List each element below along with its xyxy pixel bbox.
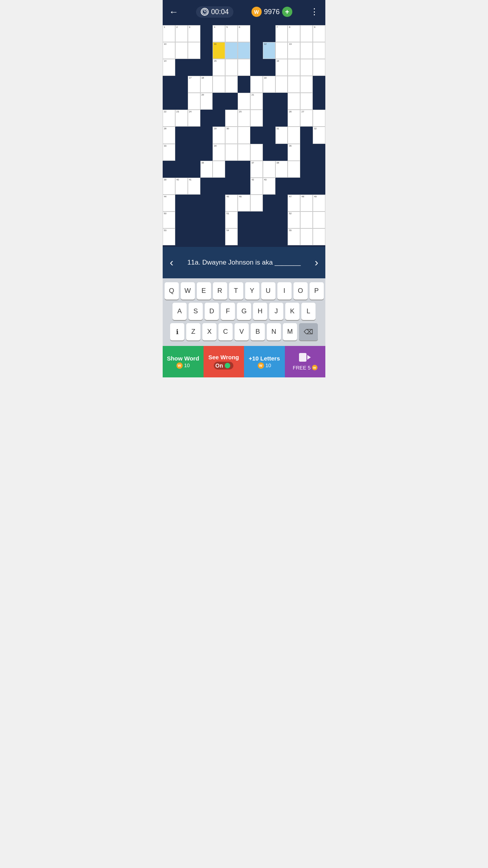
cell-3-5[interactable]	[225, 76, 238, 93]
key-s[interactable]: S	[189, 303, 203, 320]
key-d[interactable]: D	[205, 303, 219, 320]
cell-0-10[interactable]: 8	[288, 25, 300, 42]
cell-3-11[interactable]	[300, 76, 313, 93]
cell-11-11[interactable]	[300, 211, 313, 228]
cell-1-0[interactable]: 10	[163, 42, 175, 59]
cell-7-5[interactable]	[225, 144, 238, 161]
cell-8-3[interactable]: 36	[200, 161, 213, 178]
cell-5-10[interactable]: 26	[288, 110, 300, 127]
cell-1-6[interactable]	[238, 42, 250, 59]
letters-button[interactable]: +10 Letters W 10	[244, 346, 285, 377]
cell-7-4[interactable]: 34	[213, 144, 225, 161]
cell-12-12[interactable]	[313, 228, 325, 245]
cell-11-0[interactable]: 50	[163, 211, 175, 228]
key-l[interactable]: L	[301, 303, 316, 320]
menu-button[interactable]: ⋮	[310, 7, 319, 17]
cell-8-8[interactable]	[263, 161, 275, 178]
cell-2-11[interactable]	[300, 59, 313, 76]
cell-11-10[interactable]: 52	[288, 211, 300, 228]
cell-12-10[interactable]: 55	[288, 228, 300, 245]
cell-2-5[interactable]	[225, 59, 238, 76]
cell-10-11[interactable]: 48	[300, 195, 313, 211]
cell-8-7[interactable]: 37	[250, 161, 263, 178]
cell-9-1[interactable]: 40	[175, 178, 188, 195]
cell-8-4[interactable]	[213, 161, 225, 178]
key-y[interactable]: Y	[245, 282, 259, 300]
see-wrong-button[interactable]: See Wrong On	[204, 346, 244, 377]
cell-1-11[interactable]	[300, 42, 313, 59]
cell-10-5[interactable]: 45	[225, 195, 238, 211]
key-f[interactable]: F	[221, 303, 235, 320]
cell-1-8[interactable]: 12	[263, 42, 275, 59]
cell-3-4[interactable]	[213, 76, 225, 93]
cell-11-12[interactable]	[313, 211, 325, 228]
show-word-button[interactable]: Show Word W 10	[163, 346, 204, 377]
cell-3-9[interactable]	[275, 76, 288, 93]
cell-9-0[interactable]: 39	[163, 178, 175, 195]
key-z[interactable]: Z	[186, 323, 200, 340]
key-a[interactable]: A	[172, 303, 187, 320]
cell-6-5[interactable]: 30	[225, 127, 238, 143]
cell-1-9[interactable]	[275, 42, 288, 59]
cell-8-10[interactable]	[288, 161, 300, 178]
cell-0-9[interactable]: 7	[275, 25, 288, 42]
key-u[interactable]: U	[261, 282, 275, 300]
cell-7-6[interactable]	[238, 144, 250, 161]
cell-6-6[interactable]	[238, 127, 250, 143]
key-r[interactable]: R	[213, 282, 227, 300]
cell-9-2[interactable]: 41	[188, 178, 200, 195]
key-q[interactable]: Q	[165, 282, 179, 300]
cell-6-12[interactable]: 32	[313, 127, 325, 143]
cell-5-7[interactable]	[250, 110, 263, 127]
cell-0-1[interactable]: 2	[175, 25, 188, 42]
cell-3-8[interactable]: 19	[263, 76, 275, 93]
cell-4-10[interactable]	[288, 93, 300, 110]
cell-5-5[interactable]	[225, 110, 238, 127]
key-e[interactable]: E	[197, 282, 211, 300]
cell-5-0[interactable]: 22	[163, 110, 175, 127]
cell-9-7[interactable]: 42	[250, 178, 263, 195]
cell-3-2[interactable]: 17	[188, 76, 200, 93]
cell-0-12[interactable]: 9	[313, 25, 325, 42]
cell-12-0[interactable]: 53	[163, 228, 175, 245]
cell-5-2[interactable]: 24	[188, 110, 200, 127]
cell-1-5[interactable]	[225, 42, 238, 59]
cell-4-11[interactable]	[300, 93, 313, 110]
cell-10-7[interactable]	[250, 195, 263, 211]
cell-6-10[interactable]	[288, 127, 300, 143]
cell-10-0[interactable]: 44	[163, 195, 175, 211]
cell-1-12[interactable]	[313, 42, 325, 59]
cell-3-10[interactable]	[288, 76, 300, 93]
video-button[interactable]: FREE 5 W	[285, 346, 326, 377]
key-backspace[interactable]: ⌫	[299, 323, 318, 340]
key-h[interactable]: H	[253, 303, 267, 320]
cell-11-5[interactable]: 51	[225, 211, 238, 228]
key-w[interactable]: W	[181, 282, 195, 300]
cell-1-4[interactable]: 11	[213, 42, 225, 59]
cell-0-5[interactable]: 5	[225, 25, 238, 42]
cell-3-3[interactable]: 18	[200, 76, 213, 93]
add-coins-button[interactable]: +	[282, 7, 292, 17]
key-i[interactable]: I	[277, 282, 292, 300]
key-j[interactable]: J	[269, 303, 283, 320]
cell-0-11[interactable]	[300, 25, 313, 42]
cell-10-12[interactable]: 49	[313, 195, 325, 211]
cell-0-6[interactable]: 6	[238, 25, 250, 42]
cell-4-3[interactable]: 20	[200, 93, 213, 110]
key-p[interactable]: P	[310, 282, 324, 300]
cell-0-0[interactable]: 1	[163, 25, 175, 42]
cell-4-6[interactable]	[238, 93, 250, 110]
cell-7-0[interactable]: 33	[163, 144, 175, 161]
cell-2-6[interactable]	[238, 59, 250, 76]
cell-2-0[interactable]: 14	[163, 59, 175, 76]
cell-7-7[interactable]	[250, 144, 263, 161]
cell-0-4[interactable]: 4	[213, 25, 225, 42]
cell-9-8[interactable]: 43	[263, 178, 275, 195]
cell-12-5[interactable]: 54	[225, 228, 238, 245]
key-m[interactable]: M	[283, 323, 297, 340]
key-ℹ[interactable]: ℹ	[170, 323, 184, 340]
back-button[interactable]: ←	[169, 6, 178, 17]
cell-5-1[interactable]: 23	[175, 110, 188, 127]
cell-0-2[interactable]: 3	[188, 25, 200, 42]
key-v[interactable]: V	[235, 323, 249, 340]
